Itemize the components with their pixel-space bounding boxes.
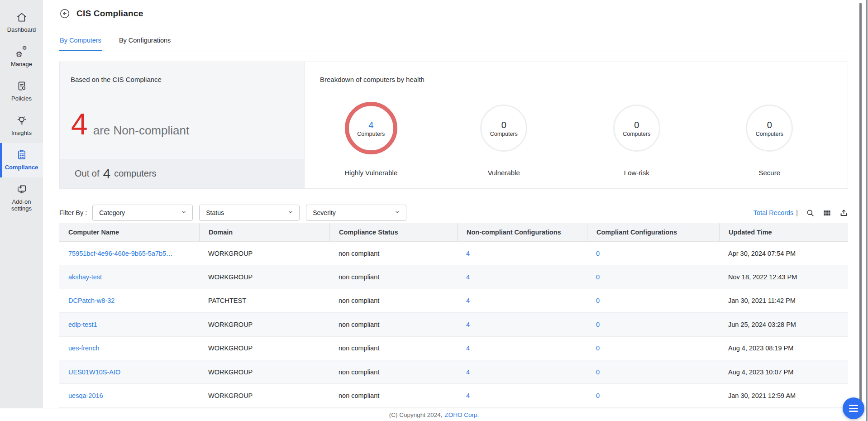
column-header-updated-time[interactable]: Updated Time [719,223,848,241]
zoho-corp-link[interactable]: ZOHO Corp. [445,411,479,418]
compliance-status-cell: non compliant [329,384,457,407]
dropdown-value: Status [206,209,224,216]
computer-name-link[interactable]: 75951bcf-4e96-460e-9b65-5a7b5… [68,250,173,257]
non-compliant-count-link[interactable]: 4 [466,250,470,257]
sidebar-item-label: Policies [11,95,32,102]
compliant-count-link[interactable]: 0 [596,321,600,328]
export-icon[interactable] [839,208,848,217]
compliant-count-link[interactable]: 0 [596,344,600,352]
table-row[interactable]: DCPatch-w8-32 PATCHTEST non compliant 4 … [59,289,848,313]
addon-settings-icon [16,183,28,195]
health-label: Highly Vulnerable [344,169,397,177]
computer-name-link[interactable]: edlp-test1 [68,321,97,328]
tab-bar: By Computers By Configurations [59,34,848,51]
table-row[interactable]: UES01W10S-AIO WORKGROUP non compliant 4 … [59,360,848,384]
total-computers-band: Out of 4 computers [60,159,304,188]
table-view-icon[interactable] [822,208,831,217]
column-header-compliant-configurations[interactable]: Compliant Configurations [587,223,719,241]
non-compliant-count-link[interactable]: 4 [466,321,470,328]
out-of-suffix: computers [114,168,156,179]
sidebar-item-compliance[interactable]: Compliance [0,143,43,177]
table-row[interactable]: 75951bcf-4e96-460e-9b65-5a7b5… WORKGROUP… [59,242,848,265]
computer-name-link[interactable]: DCPatch-w8-32 [68,297,114,304]
back-button[interactable] [59,8,70,19]
health-item-vulnerable[interactable]: 0 Computers Vulnerable [438,99,571,177]
computer-name-link[interactable]: UES01W10S-AIO [68,368,120,376]
sidebar-item-manage[interactable]: ⚙⚙ Manage [0,40,43,74]
non-compliant-count-link[interactable]: 4 [466,273,470,281]
table-row[interactable]: ues-french WORKGROUP non compliant 4 0 A… [59,337,848,360]
vertical-scrollbar-thumb[interactable] [859,3,862,402]
vulnerable-ring: 0 Computers [480,105,527,152]
category-dropdown[interactable]: Category [92,205,193,221]
compliant-count-link[interactable]: 0 [596,392,600,399]
updated-time-cell: Aug 4, 2023 08:19 PM [719,337,848,360]
computers-table: Computer Name Domain Compliance Status N… [59,223,848,408]
sidebar-item-label: Compliance [5,164,38,171]
sidebar-item-addon-settings[interactable]: Add-on settings [0,177,43,219]
health-count: 0 [634,120,639,130]
dropdown-value: Severity [313,209,336,216]
health-count: 0 [767,120,772,130]
sidebar-item-label: Dashboard [7,26,36,33]
compliant-count-link[interactable]: 0 [596,273,600,281]
main-content: CIS Compliance By Computers By Configura… [43,0,868,408]
table-toolbar: Total Records | [754,208,848,217]
non-compliant-caption: are Non-compliant [93,124,189,138]
health-item-highly-vulnerable[interactable]: 4 Computers Highly Vulnerable [305,99,438,177]
compliance-status-cell: non compliant [329,242,457,265]
non-compliant-count-link[interactable]: 4 [466,368,470,376]
health-unit: Computers [490,131,518,137]
table-row[interactable]: edlp-test1 WORKGROUP non compliant 4 0 J… [59,313,848,336]
sidebar: Dashboard ⚙⚙ Manage Policies Insights Co… [0,0,43,408]
table-row[interactable]: akshay-test WORKGROUP non compliant 4 0 … [59,265,848,289]
compliant-count-link[interactable]: 0 [596,368,600,376]
column-header-computer-name[interactable]: Computer Name [59,223,199,241]
severity-dropdown[interactable]: Severity [306,205,406,221]
column-header-domain[interactable]: Domain [199,223,329,241]
sidebar-item-insights[interactable]: Insights [0,109,43,143]
health-count: 0 [501,120,506,130]
highly-vulnerable-ring: 4 Computers [345,102,397,154]
sidebar-item-dashboard[interactable]: Dashboard [0,5,43,40]
health-unit: Computers [623,131,650,137]
domain-cell: WORKGROUP [199,337,329,360]
compliant-count-link[interactable]: 0 [596,250,600,257]
updated-time-cell: Jan 30, 2021 12:59 AM [719,384,848,407]
domain-cell: WORKGROUP [199,265,329,288]
non-compliant-count-link[interactable]: 4 [466,392,470,399]
health-heading: Breakdown of computers by health [320,76,424,83]
compliance-status-cell: non compliant [329,337,457,360]
compliant-count-link[interactable]: 0 [596,297,600,304]
health-item-secure[interactable]: 0 Computers Secure [703,99,836,177]
compliance-summary-card: Based on the CIS Compliance 4 are Non-co… [60,62,304,188]
tab-by-configurations[interactable]: By Configurations [119,34,171,51]
non-compliant-count: 4 [71,108,88,140]
search-icon[interactable] [806,208,815,217]
status-dropdown[interactable]: Status [199,205,300,221]
copyright-text: (C) Copyright 2024, [389,411,443,418]
health-label: Vulnerable [488,169,520,177]
column-header-compliance-status[interactable]: Compliance Status [329,223,457,241]
computer-name-link[interactable]: akshay-test [68,273,102,281]
filter-row: Filter By : Category Status Severity Tot… [59,205,848,221]
compliance-status-cell: non compliant [329,265,457,288]
total-records-link[interactable]: Total Records [754,209,794,216]
compliance-status-cell: non compliant [329,360,457,383]
column-header-non-compliant-configurations[interactable]: Non-compliant Configurations [457,223,587,241]
compliance-icon [16,149,28,161]
sidebar-item-label: Add-on settings [2,198,41,212]
non-compliant-count-link[interactable]: 4 [466,344,470,352]
non-compliant-count-link[interactable]: 4 [466,297,470,304]
health-item-low-risk[interactable]: 0 Computers Low-risk [570,99,703,177]
window-scrollbar[interactable] [866,0,868,421]
tab-by-computers[interactable]: By Computers [59,34,102,51]
domain-cell: WORKGROUP [199,360,329,383]
table-row[interactable]: uesqa-2016 WORKGROUP non compliant 4 0 J… [59,384,848,407]
sidebar-item-policies[interactable]: Policies [0,74,43,109]
computer-name-link[interactable]: ues-french [68,344,100,352]
updated-time-cell: Aug 4, 2023 10:07 PM [719,360,848,383]
computer-name-link[interactable]: uesqa-2016 [68,392,103,399]
quick-actions-fab[interactable] [843,397,864,419]
health-count: 4 [368,120,373,130]
